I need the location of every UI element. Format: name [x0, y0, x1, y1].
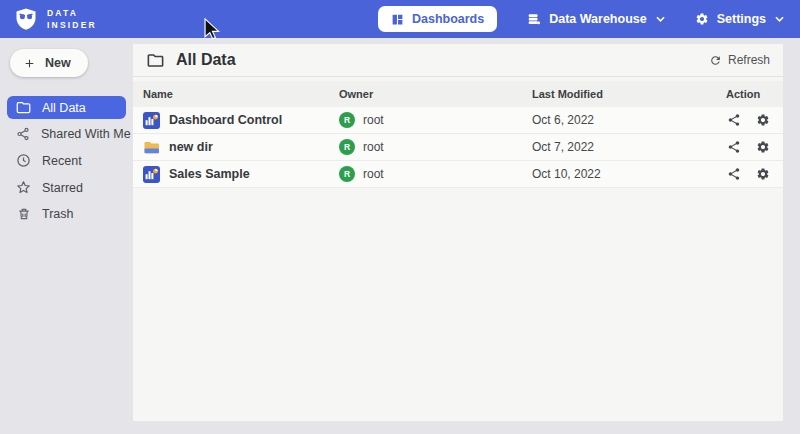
sidebar-item-starred[interactable]: Starred [7, 176, 126, 199]
owner-name: root [363, 113, 384, 127]
top-navbar: DATA INSIDER Dashboards Data Warehous [0, 0, 800, 38]
settings-menu[interactable]: Settings [695, 12, 784, 26]
column-header-last-modified: Last Modified [532, 88, 726, 100]
share-icon [727, 113, 741, 127]
share-icon [727, 167, 741, 181]
sidebar-item-shared-with-me[interactable]: Shared With Me [7, 123, 126, 145]
share-icon [727, 140, 741, 154]
owner-avatar: R [339, 166, 355, 182]
row-settings-button[interactable] [756, 167, 770, 181]
main-content: All Data Refresh Name Owner Last Modifie… [133, 44, 783, 421]
row-settings-button[interactable] [756, 140, 770, 154]
refresh-button[interactable]: Refresh [709, 53, 770, 67]
share-button[interactable] [727, 140, 741, 154]
gear-icon [756, 167, 770, 181]
brand-name: DATA INSIDER [47, 7, 97, 32]
last-modified-date: Oct 10, 2022 [532, 167, 726, 181]
row-type-icon [143, 139, 160, 156]
owner-avatar: R [339, 139, 355, 155]
sidebar-item-label: Shared With Me [41, 127, 131, 141]
table-row[interactable]: Dashboard Control R root Oct 6, 2022 [133, 107, 783, 134]
plus-icon [23, 57, 36, 70]
new-button[interactable]: New [10, 49, 88, 77]
gear-icon [756, 113, 770, 127]
table-header-row: Name Owner Last Modified Action [133, 81, 783, 107]
share-button[interactable] [727, 113, 741, 127]
sidebar-item-label: Starred [42, 181, 83, 195]
refresh-icon [709, 54, 722, 67]
folder-file-icon [143, 139, 160, 156]
sidebar-item-label: Recent [42, 154, 82, 168]
owner-avatar: R [339, 112, 355, 128]
sidebar-item-label: Trash [42, 207, 74, 221]
page-title: All Data [176, 51, 236, 69]
table-row[interactable]: Sales Sample R root Oct 10, 2022 [133, 161, 783, 188]
clock-icon [16, 153, 31, 168]
sidebar-item-all-data[interactable]: All Data [7, 96, 126, 119]
dashboard-file-icon [143, 166, 160, 183]
sidebar-nav: All Data Shared With Me Recent S [0, 96, 133, 225]
last-modified-date: Oct 6, 2022 [532, 113, 726, 127]
chevron-down-icon [656, 16, 665, 22]
row-type-icon [143, 112, 160, 129]
sidebar: New All Data Shared With Me Re [0, 38, 133, 434]
dashboard-grid-icon [391, 13, 404, 26]
item-name: new dir [169, 140, 213, 154]
owner-name: root [363, 140, 384, 154]
data-warehouse-menu[interactable]: Data Warehouse [527, 12, 664, 26]
item-name: Sales Sample [169, 167, 250, 181]
row-type-icon [143, 166, 160, 183]
share-button[interactable] [727, 167, 741, 181]
dashboard-file-icon [143, 112, 160, 129]
row-settings-button[interactable] [756, 113, 770, 127]
page-header: All Data Refresh [133, 44, 783, 77]
star-icon [16, 180, 31, 195]
last-modified-date: Oct 7, 2022 [532, 140, 726, 154]
database-icon [527, 12, 541, 26]
item-name: Dashboard Control [169, 113, 282, 127]
sidebar-item-recent[interactable]: Recent [7, 149, 126, 172]
gear-icon [756, 140, 770, 154]
folder-outline-icon [146, 51, 165, 70]
dashboards-button[interactable]: Dashboards [378, 6, 497, 32]
brand: DATA INSIDER [14, 7, 97, 32]
chevron-down-icon [775, 16, 784, 22]
trash-icon [17, 207, 31, 221]
column-header-name: Name [143, 88, 339, 100]
owl-logo-icon [14, 7, 38, 31]
sidebar-item-label: All Data [42, 101, 86, 115]
navbar-menus: Dashboards Data Warehouse [378, 6, 784, 32]
owner-name: root [363, 167, 384, 181]
table-row[interactable]: new dir R root Oct 7, 2022 [133, 134, 783, 161]
table-body: Dashboard Control R root Oct 6, 2022 [133, 107, 783, 188]
folder-icon [16, 100, 31, 115]
column-header-action: Action [726, 88, 783, 100]
column-header-owner: Owner [339, 88, 532, 100]
sidebar-item-trash[interactable]: Trash [7, 203, 126, 225]
share-icon [16, 127, 30, 141]
gear-icon [695, 12, 709, 26]
